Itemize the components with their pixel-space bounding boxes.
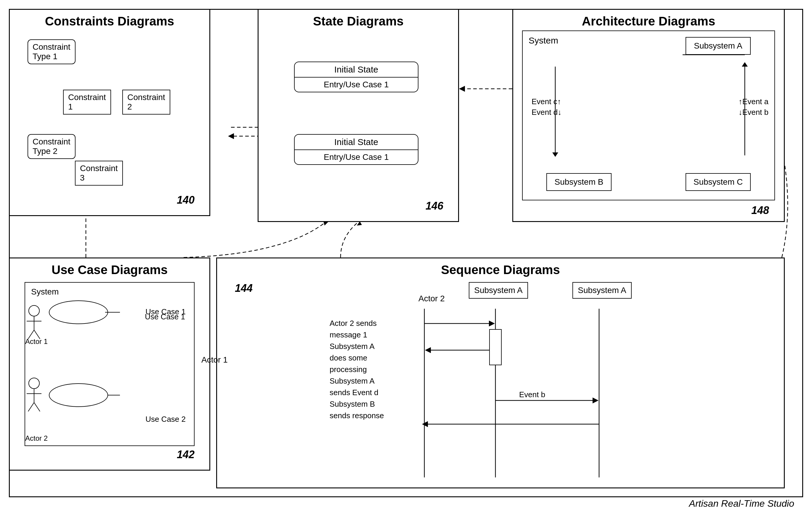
state-section: State Diagrams Initial State Entry/Use C… bbox=[258, 9, 459, 222]
constraints-label: 140 bbox=[177, 194, 195, 206]
actor1-between: Actor 1 bbox=[201, 355, 228, 365]
sequence-title: Sequence Diagrams bbox=[217, 259, 784, 277]
constraint2-label: Constraint2 bbox=[127, 93, 165, 111]
svg-point-39 bbox=[29, 305, 39, 316]
arch-subsystemB: Subsystem B bbox=[546, 173, 611, 191]
uc1-text: Use Case 1 bbox=[145, 307, 186, 316]
usecase1-ellipse bbox=[49, 300, 108, 324]
watermark: Artisan Real-Time Studio bbox=[689, 498, 794, 509]
seq-subsystemA1: Subsystem A bbox=[469, 282, 528, 299]
svg-line-47 bbox=[28, 402, 34, 412]
seq-subsystemA2: Subsystem A bbox=[573, 282, 632, 299]
arch-inner-border: System Subsystem A Subsystem B Subsystem… bbox=[522, 30, 775, 201]
svg-marker-60 bbox=[422, 421, 428, 427]
actor2-label: Actor 2 bbox=[25, 434, 48, 443]
sequence-label: 144 bbox=[235, 282, 253, 295]
state-label: 146 bbox=[426, 200, 443, 212]
state2-body: Entry/Use Case 1 bbox=[295, 150, 418, 164]
arch-system: System bbox=[529, 35, 558, 46]
arch-events-ab: ↑Event a↓Event b bbox=[738, 96, 768, 118]
constraint-type1: ConstraintType 1 bbox=[28, 39, 76, 64]
arch-subsystemC: Subsystem C bbox=[686, 173, 751, 191]
arch-title: Architecture Diagrams bbox=[513, 10, 784, 28]
state-box2: Initial State Entry/Use Case 1 bbox=[294, 134, 418, 165]
constraint2: Constraint2 bbox=[122, 90, 170, 115]
usecase-section: Use Case Diagrams System Use Case 1 bbox=[9, 258, 210, 471]
state1-header: Initial State bbox=[295, 62, 418, 78]
svg-marker-33 bbox=[552, 152, 558, 157]
constraint1-label: Constraint1 bbox=[68, 93, 106, 111]
main-container: Constraints Diagrams ConstraintType 1 Co… bbox=[0, 0, 812, 515]
state-title: State Diagrams bbox=[259, 10, 458, 28]
sequence-section: Sequence Diagrams 144 Actor 2 Subsystem … bbox=[216, 258, 785, 488]
svg-marker-53 bbox=[489, 321, 495, 327]
usecase2-ellipse bbox=[49, 383, 108, 407]
constraints-section: Constraints Diagrams ConstraintType 1 Co… bbox=[9, 9, 210, 216]
constraint-type2: ConstraintType 2 bbox=[28, 134, 76, 159]
arch-events-cd: Event c↑Event d↓ bbox=[531, 96, 561, 118]
arch-subsystemA: Subsystem A bbox=[686, 37, 751, 55]
svg-line-48 bbox=[34, 402, 40, 412]
seq-actor2-top: Actor 2 bbox=[418, 294, 445, 303]
arch-label: 148 bbox=[751, 204, 769, 217]
seq-eventb: Event b bbox=[519, 390, 545, 399]
constraint3-label: Constraint3 bbox=[80, 164, 118, 182]
arch-section: Architecture Diagrams System Subsystem A… bbox=[512, 9, 785, 222]
svg-point-44 bbox=[29, 378, 39, 389]
state-box1: Initial State Entry/Use Case 1 bbox=[294, 62, 418, 92]
svg-marker-58 bbox=[592, 397, 599, 403]
svg-marker-35 bbox=[742, 62, 748, 67]
usecase-title: Use Case Diagrams bbox=[10, 259, 209, 277]
uc2-text: Use Case 2 bbox=[145, 415, 186, 424]
svg-rect-54 bbox=[490, 329, 501, 365]
usecase-system: System bbox=[31, 287, 59, 297]
state1-body: Entry/Use Case 1 bbox=[295, 78, 418, 92]
constraints-title: Constraints Diagrams bbox=[10, 10, 209, 28]
constraint-type2-label: ConstraintType 2 bbox=[33, 137, 70, 156]
seq-message: Actor 2 sendsmessage 1Subsystem Adoes so… bbox=[329, 317, 384, 422]
actor1-label: Actor 1 bbox=[25, 337, 48, 346]
svg-marker-56 bbox=[425, 347, 431, 353]
state2-header: Initial State bbox=[295, 135, 418, 150]
constraint-type1-label: ConstraintType 1 bbox=[33, 42, 70, 61]
constraint1: Constraint1 bbox=[63, 90, 111, 115]
constraint3: Constraint3 bbox=[75, 161, 123, 186]
usecase-label: 142 bbox=[177, 448, 195, 461]
